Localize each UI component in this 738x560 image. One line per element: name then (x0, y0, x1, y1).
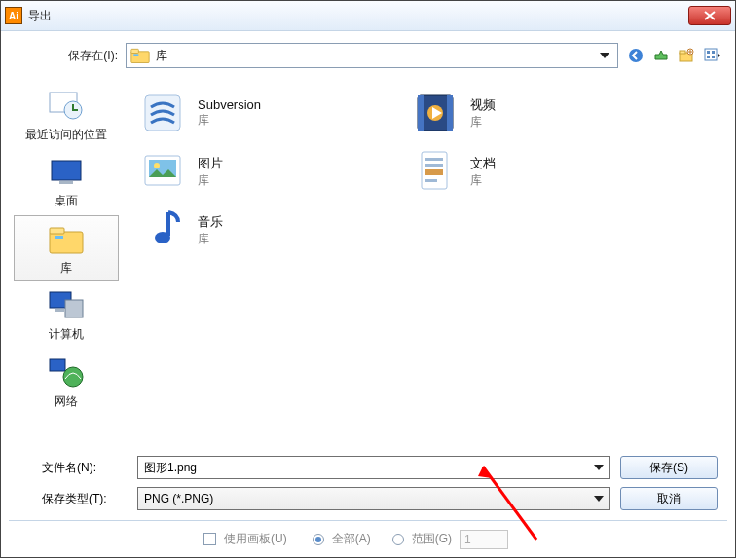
svg-rect-35 (425, 169, 443, 175)
svg-rect-24 (145, 95, 180, 131)
chevron-down-icon (594, 496, 604, 502)
network-icon (46, 355, 87, 391)
svg-point-37 (155, 232, 170, 243)
place-network-label: 网络 (55, 394, 78, 408)
svg-rect-8 (707, 51, 710, 54)
libraries-icon (46, 222, 87, 257)
svg-rect-1 (131, 49, 139, 53)
item-name: 视频 (470, 96, 496, 114)
all-label: 全部(A) (332, 531, 371, 547)
libraries-folder-icon (130, 47, 150, 64)
save-button[interactable]: 保存(S) (620, 456, 718, 479)
new-folder-icon (679, 48, 694, 63)
use-artboard-label: 使用画板(U) (224, 531, 287, 547)
views-icon (704, 48, 720, 63)
list-item[interactable]: Subversion 库 (135, 84, 408, 142)
svg-rect-27 (447, 95, 453, 131)
item-name: Subversion (198, 97, 261, 112)
computer-icon (46, 288, 87, 323)
place-computer-label: 计算机 (49, 327, 84, 341)
item-type: 库 (198, 112, 261, 129)
save-in-label: 保存在(I): (9, 48, 118, 64)
subversion-icon (139, 90, 186, 136)
close-button[interactable] (688, 6, 731, 25)
recent-icon (46, 89, 87, 124)
place-desktop-label: 桌面 (55, 194, 78, 207)
filename-input[interactable]: 图形1.png (137, 456, 610, 479)
item-type: 库 (198, 231, 223, 247)
range-radio[interactable] (392, 534, 404, 545)
nav-icons (626, 46, 727, 65)
range-label: 范围(G) (412, 531, 452, 547)
list-item[interactable]: 文档 库 (408, 142, 681, 201)
svg-rect-18 (55, 236, 63, 239)
place-libraries-label: 库 (60, 261, 72, 275)
videos-icon (412, 90, 459, 136)
svg-point-3 (629, 49, 643, 62)
place-recent-label: 最近访问的位置 (25, 128, 107, 141)
filetype-select[interactable]: PNG (*.PNG) (137, 487, 610, 510)
list-item[interactable]: 图片 库 (135, 142, 408, 201)
export-dialog: Ai 导出 保存在(I): 库 (0, 0, 736, 558)
list-item[interactable]: 视频 库 (408, 84, 681, 142)
item-type: 库 (470, 172, 496, 189)
titlebar: Ai 导出 (1, 1, 735, 30)
location-text: 库 (156, 48, 594, 64)
dialog-content: 保存在(I): 库 (1, 30, 735, 557)
svg-rect-26 (418, 95, 424, 131)
up-button[interactable] (651, 46, 671, 65)
svg-rect-14 (52, 161, 81, 180)
places-bar: 最近访问的位置 桌面 库 (9, 76, 124, 448)
desktop-icon (46, 155, 87, 190)
svg-rect-33 (425, 158, 443, 161)
item-type: 库 (198, 172, 223, 189)
item-type: 库 (470, 114, 496, 131)
list-item[interactable]: 音乐 库 (135, 201, 408, 259)
svg-rect-5 (680, 51, 685, 54)
use-artboard-checkbox[interactable] (203, 533, 216, 545)
footer: 使用画板(U) 全部(A) 范围(G) (9, 520, 727, 557)
svg-rect-34 (425, 164, 443, 167)
music-icon (139, 206, 186, 253)
svg-point-31 (154, 163, 160, 168)
filename-value: 图形1.png (144, 460, 197, 476)
place-computer[interactable]: 计算机 (14, 281, 119, 348)
range-input[interactable] (460, 530, 508, 549)
form-area: 文件名(N): 图形1.png 保存(S) 保存类型(T): PNG (*.PN… (9, 448, 727, 520)
svg-rect-21 (55, 309, 64, 312)
svg-rect-17 (50, 228, 64, 234)
svg-rect-11 (712, 56, 715, 58)
place-network[interactable]: 网络 (14, 349, 119, 415)
main-area: 最近访问的位置 桌面 库 (9, 76, 727, 448)
svg-rect-9 (712, 51, 715, 54)
new-folder-button[interactable] (677, 46, 696, 65)
filetype-value: PNG (*.PNG) (144, 492, 213, 505)
views-button[interactable] (702, 46, 721, 65)
back-button[interactable] (626, 46, 646, 65)
cancel-button[interactable]: 取消 (620, 487, 718, 510)
item-name: 文档 (470, 155, 496, 172)
svg-rect-20 (65, 300, 83, 317)
svg-rect-2 (133, 54, 138, 56)
place-libraries[interactable]: 库 (14, 215, 119, 281)
svg-rect-10 (707, 56, 710, 58)
app-icon: Ai (5, 7, 22, 24)
documents-icon (412, 148, 459, 195)
chevron-down-icon (600, 53, 609, 58)
svg-rect-15 (59, 181, 73, 184)
location-dropdown[interactable]: 库 (126, 43, 618, 68)
file-list[interactable]: Subversion 库 视频 库 (124, 76, 727, 448)
item-name: 图片 (198, 155, 223, 172)
place-recent[interactable]: 最近访问的位置 (14, 82, 119, 148)
filename-label: 文件名(N): (18, 460, 128, 476)
chevron-down-icon (594, 465, 604, 470)
item-name: 音乐 (198, 213, 223, 231)
all-radio[interactable] (313, 534, 324, 545)
svg-rect-36 (425, 179, 437, 182)
save-in-row: 保存在(I): 库 (9, 39, 727, 72)
up-icon (653, 48, 669, 63)
close-icon (704, 11, 716, 20)
back-icon (628, 48, 644, 63)
place-desktop[interactable]: 桌面 (14, 148, 119, 214)
svg-rect-22 (50, 359, 65, 371)
